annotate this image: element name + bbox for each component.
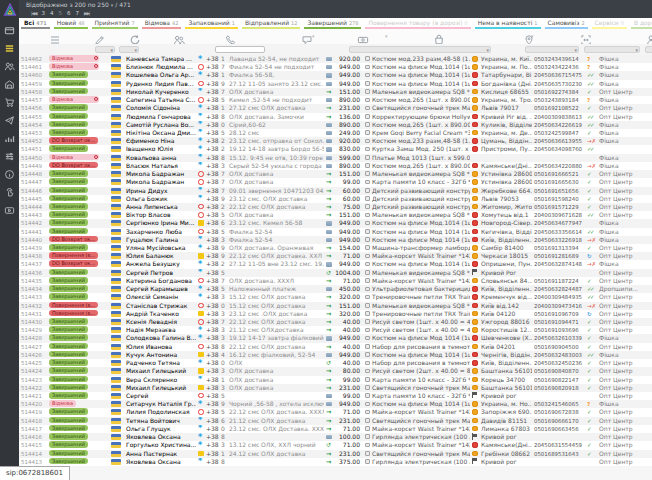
source-column-person-icon[interactable] <box>645 31 652 43</box>
client-phone[interactable]: +38 <box>204 121 219 129</box>
table-row[interactable]: 514437DO Возврат ок...Анжела Безушку*+38… <box>19 260 652 268</box>
table-row[interactable]: 514438Повернення (в...Юлия Баланюк+38922… <box>19 252 652 260</box>
client-phone[interactable]: +38 <box>204 302 219 310</box>
video-icon[interactable] <box>0 201 19 219</box>
client-phone[interactable]: +38 <box>204 293 219 301</box>
table-row[interactable]: 514417ЗавершенийОльга Глущук*+38023.12 с… <box>19 425 652 433</box>
status-column-edit-icon[interactable] <box>94 31 106 43</box>
table-row[interactable]: 514460ЗавершенийКошелева Ольга Ар...*+38… <box>19 71 652 79</box>
warehouse-icon[interactable] <box>0 75 19 93</box>
table-row[interactable]: 514459ЗавершенийРуденко Лидия Пав...+389… <box>19 80 652 88</box>
tracking-number[interactable]: 20400309838613 <box>532 113 585 121</box>
table-row[interactable]: 514430ЗавершенийКсенія Леваднія+38722.12… <box>19 318 652 326</box>
client-phone[interactable]: +38 <box>204 367 219 375</box>
tab-zapakovanyi[interactable]: Запакований1 <box>183 18 240 29</box>
table-row[interactable]: 514456ЗавершенийСоломія Сідоніна*+38127.… <box>19 104 652 112</box>
client-phone[interactable]: +38 <box>204 88 219 96</box>
tracking-number[interactable]: 20450634226619 <box>532 121 585 129</box>
tracking-number[interactable]: 0501691281689 <box>532 252 585 260</box>
table-row[interactable]: 514458ЗавершенийНиколай Кучеренко*+387ОЛ… <box>19 88 652 96</box>
filter-city[interactable]: ▾ <box>525 46 579 53</box>
table-row[interactable]: 514419ЗавершенийЛилия Подолинская+38522.… <box>19 408 652 416</box>
client-phone[interactable]: +38 <box>204 400 219 408</box>
page-size-dropdown-icon[interactable]: ▾ <box>111 2 114 8</box>
product-column-bag-icon[interactable] <box>433 31 445 43</box>
client-phone[interactable]: +38 <box>204 187 219 195</box>
tracking-number[interactable]: 20400309671628 <box>532 211 585 219</box>
tracking-number[interactable]: 0501691313394 <box>532 244 585 252</box>
tracking-column-scan-icon[interactable] <box>580 31 592 43</box>
table-row[interactable]: 514422ЗавершенийМихаил Гилецький+383ОЛХ … <box>19 384 652 392</box>
table-row[interactable]: 514445ЗавершенийОльга Божик*+38923.12 см… <box>19 195 652 203</box>
client-phone[interactable]: +38 <box>204 376 219 384</box>
tracking-number[interactable]: 0501690820918 <box>532 384 585 392</box>
tracking-number[interactable]: 20400309484935 <box>532 293 585 301</box>
tracking-number[interactable]: 20450632824487 <box>532 285 585 293</box>
table-row[interactable]: 514427ЗавершенийЮлия Иванова+38822.12 см… <box>19 343 652 351</box>
tracking-number[interactable]: 20450632450236 <box>532 359 585 367</box>
tab-samovyviz[interactable]: Самовивіз2 <box>543 18 590 29</box>
tracking-number[interactable]: 20450632874148 <box>532 260 585 268</box>
table-row[interactable]: 514441ЗавершенийЗахарченко Люба+385Фиалк… <box>19 228 652 236</box>
page-number-3[interactable]: 3 <box>41 10 45 16</box>
client-phone[interactable]: +38 <box>204 228 219 236</box>
info-icon[interactable] <box>0 165 19 183</box>
table-row[interactable]: 514425ЗавершенийРадченко Тетяна*+380ОЛХ↺… <box>19 359 652 367</box>
column-menu-arrow-icon[interactable]: ▾ <box>531 33 534 39</box>
tab-zavershenyi[interactable]: Завершений278 <box>302 18 363 29</box>
client-phone[interactable]: +38 <box>204 326 219 334</box>
client-phone[interactable]: +38 <box>204 252 219 260</box>
tracking-number[interactable]: 20450631554459 <box>532 441 585 449</box>
app-logo-icon[interactable] <box>3 2 17 16</box>
table-row[interactable]: 514414ЗавершенийАнна Пастернак+38124.12 … <box>19 450 652 458</box>
tracking-number[interactable]: 0503243439614 <box>532 55 585 63</box>
client-phone[interactable]: +38 <box>204 318 219 326</box>
client-phone[interactable]: +38 <box>204 260 219 268</box>
table-row[interactable]: 514413ЗавершенийЯковлева Оксана*+388→375… <box>19 458 652 466</box>
table-row[interactable]: 514432Повернення (в...Станіслав Стрижак+… <box>19 302 652 310</box>
table-row[interactable]: 514436ЗавершенийСергей Петров*+385↺1004.… <box>19 269 652 277</box>
table-row[interactable]: 514439ЗавершенийУляна Мусійовська*+389ОЛ… <box>19 244 652 252</box>
tracking-number[interactable]: 0501691096709 <box>532 310 585 318</box>
client-column-clients-icon[interactable] <box>173 31 185 43</box>
client-phone[interactable]: +38 <box>204 417 219 425</box>
table-row[interactable]: 514440DO Возврат ок...Гуцалюк Галина*+38… <box>19 236 652 244</box>
tracking-number[interactable]: 0501691666521 <box>532 170 585 178</box>
table-row[interactable]: 514443ЗавершенийВіктор Власов+385ОЛХ дос… <box>19 211 652 219</box>
tracking-number[interactable] <box>532 458 585 466</box>
client-phone[interactable]: +38 <box>204 384 219 392</box>
filter-phone-input[interactable] <box>215 46 265 53</box>
orders-icon[interactable] <box>0 39 19 57</box>
tracking-number[interactable]: 20450636613955 <box>532 137 585 145</box>
tracking-number[interactable]: 20450632610339 <box>532 334 585 342</box>
tab-nema-v-naiavnosti[interactable]: Нема в наявності1 <box>473 18 543 29</box>
table-row[interactable]: 514421ЗавершенийСергей+38599.00Карта пам… <box>19 392 652 400</box>
client-phone[interactable]: +38 <box>204 392 219 400</box>
filter-status[interactable]: ▾ <box>95 46 115 53</box>
tracking-number[interactable]: 0501691571229 <box>532 203 585 211</box>
client-phone[interactable]: +38 <box>204 137 219 145</box>
tracking-number[interactable]: 20450633226918 <box>532 236 585 244</box>
client-phone[interactable]: +38 <box>204 145 219 153</box>
table-row[interactable]: 514433ЗавершенийОлексій Семанін*+38315.1… <box>19 293 652 301</box>
table-row[interactable]: 514448ЗавершенийМикола Бадражан+387ОЛХ д… <box>19 170 652 178</box>
column-menu-arrow-icon[interactable]: ▾ <box>312 33 315 39</box>
client-phone[interactable]: +38 <box>204 285 219 293</box>
tracking-number[interactable]: 0501692274384 <box>532 88 585 96</box>
client-phone[interactable]: +38 <box>204 244 219 252</box>
table-row[interactable]: 514446ЗавершенийИрина Дидух*+38709.01 зв… <box>19 187 652 195</box>
table-row[interactable]: 514447ЗавершенийМикола Бадражан+387ОЛХ д… <box>19 178 652 186</box>
tracking-number[interactable]: 20450634677947 <box>532 219 585 227</box>
client-phone[interactable]: +38 <box>204 80 219 88</box>
client-phone[interactable]: +38 <box>204 236 219 244</box>
client-phone[interactable]: +38 <box>204 129 219 137</box>
client-phone[interactable]: +38 <box>204 269 219 277</box>
client-phone[interactable]: +38 <box>204 195 219 203</box>
client-phone[interactable]: +38 <box>204 359 219 367</box>
stats-icon[interactable] <box>0 129 19 147</box>
client-phone[interactable]: +38 <box>204 154 219 162</box>
client-phone[interactable]: +38 <box>204 334 219 342</box>
tracking-number[interactable]: 20450635730230 <box>532 80 585 88</box>
table-row[interactable]: 514428ЗавершенийСолодкова Галина В...*+3… <box>19 334 652 342</box>
tracking-number[interactable]: 0501691187224 <box>532 277 585 285</box>
